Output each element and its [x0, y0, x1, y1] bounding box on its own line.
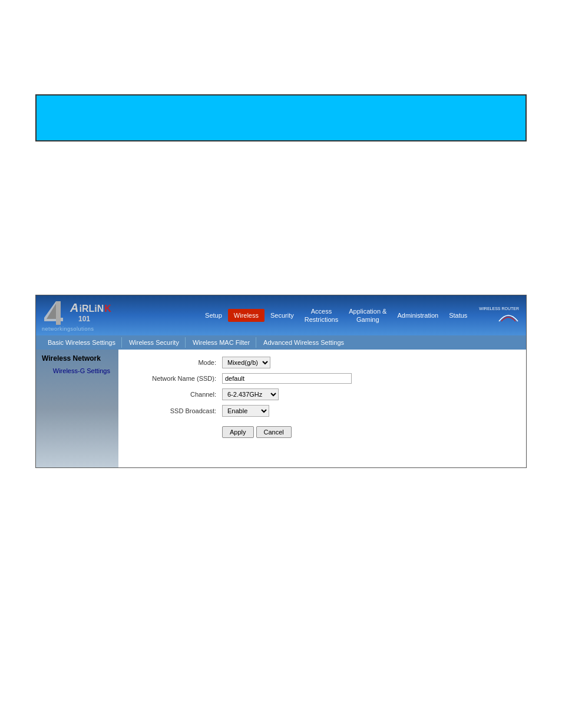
svg-rect-2	[56, 301, 61, 325]
badge-icon	[498, 312, 519, 322]
sidebar: Wireless Network Wireless-G Settings	[36, 350, 118, 467]
apply-button[interactable]: Apply	[222, 426, 254, 438]
nav-status[interactable]: Status	[444, 309, 472, 322]
sub-nav: Basic Wireless Settings Wireless Securit…	[36, 335, 526, 350]
mode-label: Mode:	[128, 359, 222, 366]
channel-row: Channel: 6-2.437GHz 1-2.412GHz 2-2.417GH…	[128, 388, 517, 400]
sub-nav-wireless-mac-filter[interactable]: Wireless MAC Filter	[187, 337, 256, 348]
channel-select[interactable]: 6-2.437GHz 1-2.412GHz 2-2.417GHz 11-2.46…	[222, 388, 279, 400]
mode-select[interactable]: Mixed(g/b) B-Only G-Only Disabled	[222, 357, 270, 368]
nav-security[interactable]: Security	[266, 309, 299, 322]
nav-wireless[interactable]: Wireless	[228, 309, 265, 322]
badge-wireless-router: WIRELESS ROUTER	[479, 307, 519, 311]
logo-area: A iRLiN K 101 networkingsolutions	[42, 299, 118, 332]
logo-irlink: iRLiN	[79, 304, 104, 314]
sub-nav-wireless-security[interactable]: Wireless Security	[123, 337, 186, 348]
nav-setup[interactable]: Setup	[200, 309, 227, 322]
router-header: A iRLiN K 101 networkingsolutions Setup …	[36, 295, 526, 335]
sub-nav-advanced-wireless[interactable]: Advanced Wireless Settings	[257, 337, 350, 348]
sidebar-item-wireless-g-settings[interactable]: Wireless-G Settings	[42, 366, 113, 375]
logo-101: 101	[78, 315, 90, 323]
top-banner	[35, 94, 527, 141]
logo-block: A iRLiN K 101	[42, 299, 111, 325]
logo-text-block: A iRLiN K 101	[70, 301, 111, 323]
nav-items: Setup Wireless Security Access Restricti…	[118, 305, 520, 327]
logo-air: A	[70, 301, 78, 315]
network-name-row: Network Name (SSD):	[128, 373, 517, 384]
airlink-logo-icon	[42, 299, 68, 325]
ssid-broadcast-select[interactable]: Enable Disable	[222, 405, 269, 417]
nav-application-gaming[interactable]: Application & Gaming	[344, 305, 391, 327]
cancel-button[interactable]: Cancel	[256, 426, 292, 438]
router-ui: A iRLiN K 101 networkingsolutions Setup …	[35, 295, 527, 468]
router-badge: WIRELESS ROUTER	[479, 307, 520, 324]
ssid-broadcast-label: SSD Broadcast:	[128, 407, 222, 414]
main-content: Mode: Mixed(g/b) B-Only G-Only Disabled …	[118, 350, 526, 467]
mode-row: Mode: Mixed(g/b) B-Only G-Only Disabled	[128, 357, 517, 368]
channel-label: Channel:	[128, 391, 222, 398]
sub-nav-basic-wireless[interactable]: Basic Wireless Settings	[42, 337, 122, 348]
network-name-label: Network Name (SSD):	[128, 375, 222, 382]
nav-administration[interactable]: Administration	[392, 309, 443, 322]
button-row: Apply Cancel	[128, 426, 517, 438]
content-area: Wireless Network Wireless-G Settings Mod…	[36, 350, 526, 467]
logo-k: K	[104, 304, 111, 314]
ssid-broadcast-row: SSD Broadcast: Enable Disable	[128, 405, 517, 417]
network-name-input[interactable]	[222, 373, 352, 384]
nav-access-restrictions[interactable]: Access Restrictions	[300, 305, 343, 327]
networking-solutions-label: networkingsolutions	[42, 326, 94, 332]
sidebar-title: Wireless Network	[42, 354, 113, 363]
